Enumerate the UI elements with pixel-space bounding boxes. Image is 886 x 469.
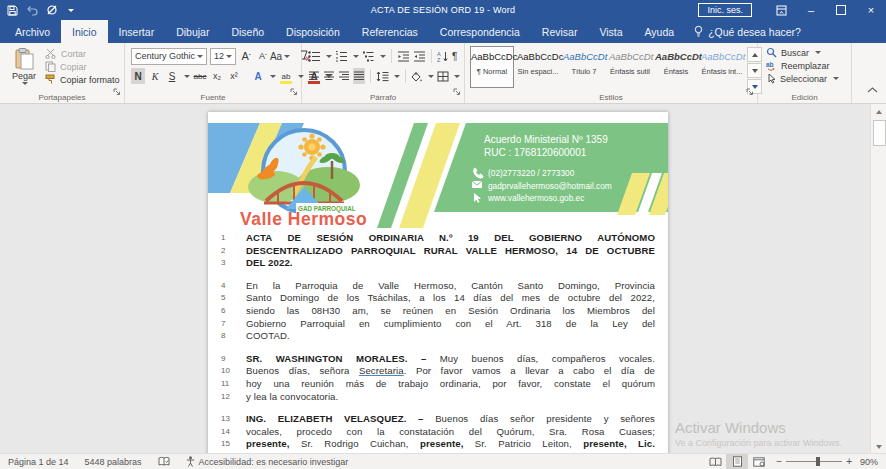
align-center-icon[interactable] <box>323 71 335 81</box>
replace-button[interactable]: ab Reemplazar <box>766 60 851 71</box>
tab-revisar[interactable]: Revisar <box>531 20 589 43</box>
select-cursor-icon <box>766 73 776 84</box>
font-size-caret <box>226 55 232 58</box>
ribbon-display-options-icon[interactable] <box>766 0 796 20</box>
sign-in-button[interactable]: Inic. ses. <box>698 3 752 17</box>
bullets-icon[interactable] <box>308 51 321 62</box>
justify-icon[interactable] <box>353 68 365 84</box>
paragraph-marks-icon[interactable]: ¶ <box>452 51 457 62</box>
style-sin-espaciado[interactable]: AaBbCcDc Sin espaci... <box>516 46 560 88</box>
multilevel-list-icon[interactable] <box>362 51 375 62</box>
find-button[interactable]: Buscar <box>766 47 851 58</box>
scissors-icon <box>45 48 57 59</box>
borders-caret[interactable] <box>454 75 460 78</box>
doc-line: 15presente, Sr. Rodrigo Cuichan, present… <box>208 438 668 451</box>
borders-icon[interactable] <box>437 71 449 82</box>
web-layout-icon[interactable] <box>748 454 770 469</box>
scrollbar-thumb[interactable] <box>873 120 886 146</box>
font-family-combo[interactable]: Century Gothic <box>131 48 207 65</box>
style-titulo-7[interactable]: AaBbCcDt Título 7 <box>562 46 606 88</box>
doc-line: 12y lea la convocatoria. <box>208 391 668 404</box>
find-caret <box>815 51 821 54</box>
font-dialog-launcher-icon[interactable] <box>290 82 298 100</box>
clipboard-dialog-launcher-icon[interactable] <box>113 82 121 100</box>
shading-caret[interactable] <box>428 75 434 78</box>
italic-button[interactable]: K <box>148 68 162 84</box>
paragraph-dialog-launcher-icon[interactable] <box>453 82 461 100</box>
style-enfasis-intenso[interactable]: AaBbCcDt Énfasis int... <box>700 46 744 88</box>
text-effects-caret[interactable] <box>270 75 276 78</box>
text-effects-button[interactable]: A <box>251 68 265 84</box>
tab-insertar[interactable]: Insertar <box>108 20 166 43</box>
accessibility-status[interactable]: Accesibilidad: es necesario investigar <box>178 456 357 467</box>
letterhead-phone: (02)2773220 / 2773300 <box>488 168 575 178</box>
collapse-ribbon-icon[interactable] <box>867 79 878 97</box>
strikethrough-button[interactable]: abc <box>193 68 207 84</box>
zoom-level[interactable]: 90% <box>860 457 878 467</box>
zoom-in-button[interactable]: + <box>846 456 852 467</box>
print-layout-icon[interactable] <box>726 454 748 469</box>
zoom-track[interactable] <box>786 461 842 462</box>
scroll-down-icon[interactable] <box>872 440 885 453</box>
tab-disposicion[interactable]: Disposición <box>275 20 351 43</box>
document-canvas[interactable]: GAD PARROQUIAL Valle Hermoso Acuerdo Min… <box>0 104 886 454</box>
tab-diseno[interactable]: Diseño <box>220 20 275 43</box>
minimize-button[interactable]: – <box>796 0 826 20</box>
page-indicator[interactable]: Página 1 de 14 <box>0 457 77 467</box>
align-right-icon[interactable] <box>338 71 350 81</box>
shading-icon[interactable] <box>410 71 423 82</box>
numbering-icon[interactable] <box>335 51 348 62</box>
proofing-status-icon[interactable] <box>150 456 178 467</box>
tab-correspondencia[interactable]: Correspondencia <box>429 20 531 43</box>
zoom-out-button[interactable]: − <box>776 456 782 467</box>
align-left-icon[interactable] <box>308 71 320 81</box>
change-case-button[interactable]: Aa <box>273 48 287 64</box>
font-size-combo[interactable]: 12 <box>210 48 236 65</box>
bold-button[interactable]: N <box>131 68 145 84</box>
document-page[interactable]: GAD PARROQUIAL Valle Hermoso Acuerdo Min… <box>208 112 668 454</box>
grow-font-button[interactable]: Aˆ <box>239 48 253 64</box>
tab-referencias[interactable]: Referencias <box>351 20 429 43</box>
format-painter-button[interactable]: Copiar formato <box>45 74 120 85</box>
tab-archivo[interactable]: Archivo <box>4 20 61 43</box>
copy-button[interactable]: Copiar <box>45 61 120 72</box>
decrease-indent-icon[interactable] <box>397 51 410 62</box>
paste-dropdown-caret[interactable] <box>22 82 28 85</box>
shrink-font-button[interactable]: Aˇ <box>256 48 270 64</box>
style-enfasis[interactable]: AaBbCcDt Énfasis <box>654 46 698 88</box>
style-normal[interactable]: AaBbCcDc ¶ Normal <box>470 46 514 88</box>
close-button[interactable]: × <box>856 0 886 20</box>
style-enfasis-sutil[interactable]: AaBbCcDt Énfasis sutil <box>608 46 652 88</box>
underline-button[interactable]: S <box>165 68 179 84</box>
paste-button[interactable]: Pegar <box>6 46 42 85</box>
styles-dialog-launcher-icon[interactable] <box>746 82 754 100</box>
line-spacing-caret[interactable] <box>394 75 400 78</box>
doc-line: 5Santo Domingo de los Tsáchilas, a los 1… <box>208 292 668 305</box>
vertical-scrollbar[interactable] <box>870 104 886 454</box>
tab-dibujar[interactable]: Dibujar <box>165 20 220 43</box>
tab-inicio[interactable]: Inicio <box>61 20 108 43</box>
doc-line: 3DEL 2022. <box>208 257 668 270</box>
select-button[interactable]: Seleccionar <box>766 73 851 84</box>
increase-indent-icon[interactable] <box>413 51 426 62</box>
read-mode-icon[interactable] <box>704 454 726 469</box>
sort-icon[interactable]: AZ <box>437 51 449 62</box>
tab-vista[interactable]: Vista <box>588 20 633 43</box>
tell-me-box[interactable]: ¿Qué desea hacer? <box>685 20 810 43</box>
numbering-caret[interactable] <box>353 55 359 58</box>
restore-button[interactable] <box>826 0 856 20</box>
underline-caret[interactable] <box>184 75 190 78</box>
line-spacing-icon[interactable] <box>376 71 389 82</box>
document-text[interactable]: 1ACTA DE SESIÓN ORDINARIA N.º 19 DEL GOB… <box>208 229 668 454</box>
subscript-button[interactable]: x₂ <box>210 68 224 84</box>
letterhead-email: gadprvallehermoso@hotmail.com <box>488 181 612 191</box>
cut-button[interactable]: Cortar <box>45 48 120 59</box>
multilevel-caret[interactable] <box>380 55 386 58</box>
word-count[interactable]: 5448 palabras <box>77 457 150 467</box>
zoom-thumb[interactable] <box>816 457 820 466</box>
bullets-caret[interactable] <box>326 55 332 58</box>
scroll-up-icon[interactable] <box>872 105 885 118</box>
tab-ayuda[interactable]: Ayuda <box>634 20 686 43</box>
doc-line: 9SR. WASHINGTON MORALES. – Muy buenos dí… <box>208 353 668 366</box>
superscript-button[interactable]: x² <box>227 68 241 84</box>
